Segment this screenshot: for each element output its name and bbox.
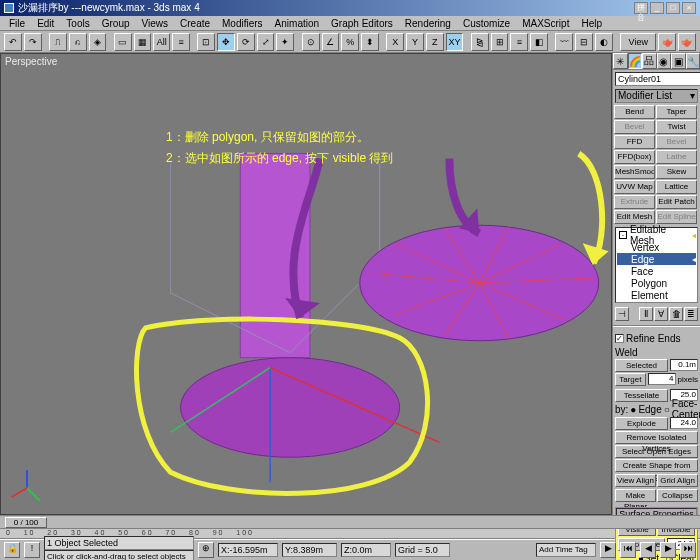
tab-hierarchy[interactable]: 品	[642, 53, 657, 69]
menu-help[interactable]: Help	[576, 18, 607, 29]
rotate-button[interactable]: ⟳	[237, 33, 255, 51]
axis-x[interactable]: X	[386, 33, 404, 51]
mod-ffd2[interactable]: FFD 2x2x2	[614, 135, 655, 149]
bind-button[interactable]: ◈	[89, 33, 107, 51]
goto-start-button[interactable]: ⏮	[620, 542, 636, 558]
time-tag[interactable]: Add Time Tag	[536, 543, 596, 557]
select-open-edges-button[interactable]: Select Open Edges	[615, 445, 698, 458]
viewport-perspective[interactable]: Perspective	[0, 53, 612, 515]
mod-uvw[interactable]: UVW Map	[614, 180, 655, 194]
named-sel-button[interactable]: ◧	[530, 33, 548, 51]
menu-create[interactable]: Create	[175, 18, 215, 29]
lock-selection-button[interactable]: 🔒	[4, 542, 20, 558]
mod-meshsmooth[interactable]: MeshSmooth	[614, 165, 655, 179]
tab-display[interactable]: ▣	[671, 53, 686, 69]
angle-snap-button[interactable]: ∠	[322, 33, 340, 51]
mod-lattice[interactable]: Lattice	[656, 180, 697, 194]
time-slider-thumb[interactable]: 0 / 100	[5, 517, 47, 528]
mod-editspline[interactable]: Edit Spline	[656, 210, 697, 224]
select-name-button[interactable]: ≡	[172, 33, 190, 51]
window-crossing-button[interactable]: ⊡	[197, 33, 215, 51]
explode-button[interactable]: Explode	[615, 417, 668, 430]
show-result-button[interactable]: Ⅱ	[639, 307, 653, 321]
mirror-button[interactable]: ⧎	[471, 33, 489, 51]
percent-snap-button[interactable]: %	[341, 33, 359, 51]
menu-customize[interactable]: Customize	[458, 18, 515, 29]
spinner-snap-button[interactable]: ⬍	[361, 33, 379, 51]
menu-animation[interactable]: Animation	[270, 18, 324, 29]
modifier-list-dropdown[interactable]: Modifier List▾	[615, 89, 698, 103]
transform-typein-button[interactable]: ⊕	[198, 542, 214, 558]
play-button[interactable]: ▶	[600, 542, 616, 558]
axis-xy[interactable]: XY	[446, 33, 464, 51]
mod-bevelprof[interactable]: Bevel Profile	[656, 135, 697, 149]
tab-create[interactable]: ✳	[613, 53, 628, 69]
array-button[interactable]: ⊞	[491, 33, 509, 51]
stack-polygon[interactable]: Polygon	[617, 277, 696, 289]
weld-target-field[interactable]: 4	[648, 373, 676, 385]
select-button[interactable]: ▭	[114, 33, 132, 51]
menu-tools[interactable]: Tools	[61, 18, 94, 29]
minimize-button[interactable]: _	[650, 2, 664, 14]
next-frame-button[interactable]: ▶	[660, 542, 676, 558]
grid-align-button[interactable]: Grid Align	[657, 474, 698, 487]
mod-ffdbox[interactable]: FFD(box)	[614, 150, 655, 164]
make-planar-button[interactable]: Make Planar	[615, 489, 656, 502]
material-button[interactable]: ◐	[595, 33, 613, 51]
refine-ends-check[interactable]	[615, 334, 624, 343]
modifier-stack[interactable]: -Editable Mesh◂ Vertex Edge◂ Face Polygo…	[615, 227, 698, 303]
tab-utilities[interactable]: 🔧	[686, 53, 701, 69]
view-align-button[interactable]: View Align	[615, 474, 656, 487]
mod-twist[interactable]: Twist	[656, 120, 697, 134]
script-button[interactable]: !	[24, 542, 40, 558]
goto-end-button[interactable]: ⏭	[680, 542, 696, 558]
remove-mod-button[interactable]: 🗑	[669, 307, 683, 321]
menu-rendering[interactable]: Rendering	[400, 18, 456, 29]
redo-button[interactable]: ↷	[24, 33, 42, 51]
weld-selected-button[interactable]: Selected	[615, 359, 668, 372]
menu-file[interactable]: File	[4, 18, 30, 29]
schematic-button[interactable]: ⊟	[575, 33, 593, 51]
trackview-button[interactable]: 〰	[555, 33, 573, 51]
menu-views[interactable]: Views	[137, 18, 174, 29]
stack-element[interactable]: Element	[617, 289, 696, 301]
mod-taper[interactable]: Taper	[656, 105, 697, 119]
pin-stack-button[interactable]: ⊣	[615, 307, 629, 321]
scale-button[interactable]: ⤢	[257, 33, 275, 51]
ime-indicator[interactable]: 拼音	[634, 2, 648, 14]
collapse-button[interactable]: Collapse	[657, 489, 698, 502]
menu-edit[interactable]: Edit	[32, 18, 59, 29]
unlink-button[interactable]: ⎌	[69, 33, 87, 51]
mod-bend[interactable]: Bend	[614, 105, 655, 119]
tab-motion[interactable]: ◉	[657, 53, 672, 69]
axis-z[interactable]: Z	[426, 33, 444, 51]
coord-z[interactable]: Z:0.0m	[341, 543, 391, 557]
menu-modifiers[interactable]: Modifiers	[217, 18, 268, 29]
close-button[interactable]: ×	[682, 2, 696, 14]
weld-target-button[interactable]: Target	[615, 373, 646, 386]
configure-button[interactable]: ≣	[684, 307, 698, 321]
mod-skew[interactable]: Skew	[656, 165, 697, 179]
axis-y[interactable]: Y	[406, 33, 424, 51]
stack-edge[interactable]: Edge◂	[617, 253, 696, 265]
render-scene-button[interactable]: 🫖	[658, 33, 676, 51]
snap-button[interactable]: ⊙	[302, 33, 320, 51]
menu-graph[interactable]: Graph Editors	[326, 18, 398, 29]
object-name-field[interactable]	[615, 72, 700, 86]
quick-render-button[interactable]: 🫖	[678, 33, 696, 51]
undo-button[interactable]: ↶	[4, 33, 22, 51]
menu-group[interactable]: Group	[97, 18, 135, 29]
mod-bevel[interactable]: Bevel	[614, 120, 655, 134]
remove-iso-button[interactable]: Remove Isolated Vertices	[615, 431, 698, 444]
coord-y[interactable]: Y:8.389m	[282, 543, 337, 557]
mod-extrude[interactable]: Extrude	[614, 195, 655, 209]
menu-maxscript[interactable]: MAXScript	[517, 18, 574, 29]
time-slider[interactable]: 0 / 100	[0, 515, 700, 529]
manip-button[interactable]: ✦	[276, 33, 294, 51]
mod-lathe[interactable]: Lathe	[656, 150, 697, 164]
selection-filter[interactable]: All	[153, 33, 170, 51]
ref-coord-dropdown[interactable]: View	[620, 33, 656, 51]
tab-modify[interactable]: 🌈	[628, 53, 643, 69]
create-shape-button[interactable]: Create Shape from Edges	[615, 459, 698, 472]
coord-x[interactable]: X:-16.595m	[218, 543, 278, 557]
